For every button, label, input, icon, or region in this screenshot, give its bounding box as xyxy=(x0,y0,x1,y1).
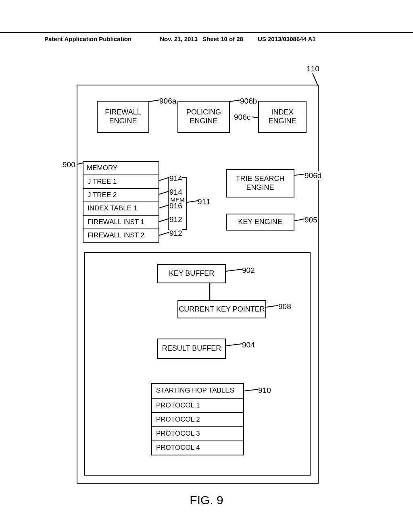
ref-904: 904 xyxy=(242,341,255,349)
memory-box: MEMORY J TREE 1 J TREE 2 INDEX TABLE 1 F… xyxy=(83,161,159,243)
ref-906d: 906d xyxy=(305,171,321,180)
current-key-pointer-box: CURRENT KEY POINTER xyxy=(177,300,266,318)
svg-line-0 xyxy=(313,73,318,85)
ref-906a: 906a xyxy=(159,97,176,106)
memory-row-fw2: FIREWALL INST 2 xyxy=(83,229,159,242)
hop-title: STARTING HOP TABLES xyxy=(152,384,243,398)
memory-row-indextable: INDEX TABLE 1 xyxy=(83,202,159,215)
ref-910: 910 xyxy=(258,386,271,395)
page-header: Patent Application Publication Nov. 21, … xyxy=(0,32,413,42)
ref-914b: 914 xyxy=(169,188,182,197)
ref-911: 911 xyxy=(198,197,211,206)
policing-engine-box: POLICING ENGINE xyxy=(177,101,230,133)
ref-916: 916 xyxy=(169,202,182,210)
key-buffer-box: KEY BUFFER xyxy=(157,264,226,283)
firewall-engine-box: FIREWALL ENGINE xyxy=(97,101,149,133)
hop-tables-box: STARTING HOP TABLES PROTOCOL 1 PROTOCOL … xyxy=(151,383,244,455)
hop-row-1: PROTOCOL 1 xyxy=(152,398,243,412)
hop-row-4: PROTOCOL 4 xyxy=(152,441,243,455)
ref-908: 908 xyxy=(278,302,291,311)
ref-906b: 906b xyxy=(240,97,257,106)
ref-900: 900 xyxy=(63,160,75,169)
header-pubno: US 2013/0308644 A1 xyxy=(258,35,316,42)
header-sheet: Sheet 10 of 28 xyxy=(202,35,243,42)
ref-110: 110 xyxy=(307,64,319,73)
index-engine-box: INDEX ENGINE xyxy=(258,101,307,133)
memory-row-jtree1: J TREE 1 xyxy=(83,175,159,188)
ref-905: 905 xyxy=(305,216,317,224)
memory-row-fw1: FIREWALL INST 1 xyxy=(83,215,159,228)
figure-caption: FIG. 9 xyxy=(0,493,413,507)
hop-row-3: PROTOCOL 3 xyxy=(152,426,243,441)
result-buffer-box: RESULT BUFFER xyxy=(157,339,226,359)
trie-search-engine-box: TRIE SEARCH ENGINE xyxy=(226,169,294,197)
ref-902: 902 xyxy=(242,266,255,275)
ref-914a: 914 xyxy=(169,174,182,183)
ref-912a: 912 xyxy=(169,215,182,224)
hop-row-2: PROTOCOL 2 xyxy=(152,412,243,426)
ref-906c: 906c xyxy=(234,113,250,122)
key-engine-box: KEY ENGINE xyxy=(226,214,294,231)
header-publication: Patent Application Publication xyxy=(44,35,131,42)
memory-title: MEMORY xyxy=(83,162,159,175)
memory-row-jtree2: J TREE 2 xyxy=(83,188,159,202)
figure-diagram: FIREWALL ENGINE POLICING ENGINE INDEX EN… xyxy=(40,60,359,488)
ref-912b: 912 xyxy=(169,229,182,238)
header-date: Nov. 21, 2013 xyxy=(160,35,198,42)
